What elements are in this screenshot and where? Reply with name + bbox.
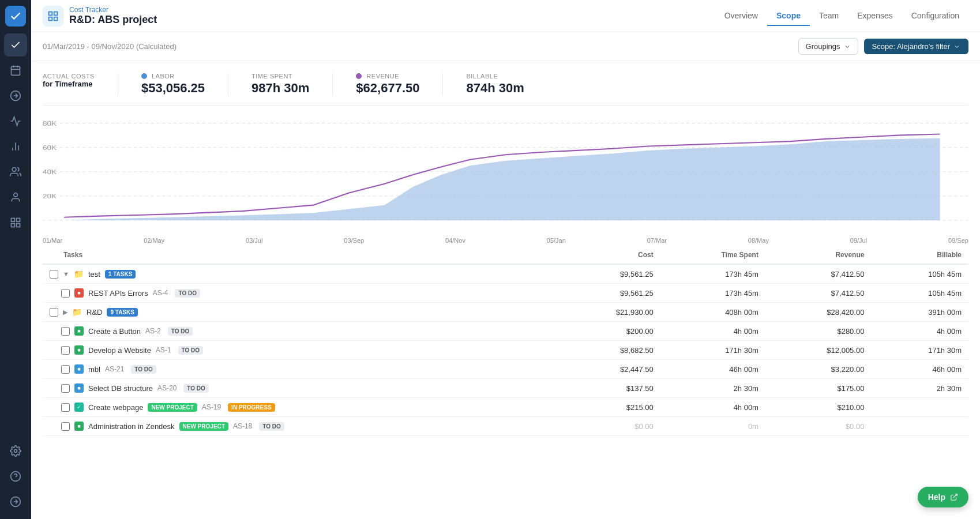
task-name: R&D	[87, 308, 102, 317]
stat-billable: BILLABLE 874h 30m	[466, 73, 524, 96]
task-cost: $21,930.00	[554, 303, 660, 322]
svg-point-10	[14, 193, 18, 197]
row-checkbox[interactable]	[50, 308, 58, 317]
task-time-spent: 46h 00m	[660, 360, 765, 379]
task-revenue: $28,420.00	[765, 303, 871, 322]
task-icon-green: ■	[74, 345, 84, 355]
nav-overview[interactable]: Overview	[715, 6, 767, 26]
sidebar	[0, 0, 31, 519]
task-icon-teal: ✓	[74, 403, 84, 412]
row-checkbox[interactable]	[61, 289, 70, 298]
row-checkbox[interactable]	[61, 422, 70, 431]
revenue-dot	[356, 73, 362, 79]
task-revenue: $210.00	[765, 398, 871, 417]
expand-icon[interactable]: ▶	[63, 309, 67, 316]
stat-divider-1	[118, 73, 118, 96]
x-label-7: 08/May	[748, 237, 769, 244]
actual-costs-label: ACTUAL COSTS	[43, 73, 95, 80]
badge-todo: TO DO	[175, 289, 200, 298]
task-cost: $9,561.25	[554, 284, 660, 303]
nav-scope[interactable]: Scope	[767, 6, 810, 26]
stat-labor: LABOR $53,056.25	[141, 73, 205, 96]
task-time-spent: 0m	[660, 417, 765, 436]
filter-label: Scope: Alejandro's filter	[872, 42, 950, 51]
row-checkbox[interactable]	[61, 403, 70, 412]
task-icon-blue: ■	[74, 383, 84, 393]
task-cost: $0.00	[554, 417, 660, 436]
task-revenue: $12,005.00	[765, 341, 871, 360]
badge-tasks: 9 TASKS	[107, 308, 138, 317]
sidebar-item-help[interactable]	[4, 465, 27, 488]
groupings-button[interactable]: Groupings	[798, 38, 858, 55]
help-button[interactable]: Help	[918, 487, 968, 507]
task-ref: AS-19	[202, 403, 221, 411]
actual-costs-sublabel: for Timeframe	[43, 80, 95, 88]
sidebar-item-users[interactable]	[4, 160, 27, 183]
task-billable: 46h 00m	[871, 360, 968, 379]
x-label-1: 02/May	[144, 237, 164, 244]
badge-todo: TO DO	[168, 327, 193, 336]
sidebar-item-bar-chart[interactable]	[4, 135, 27, 158]
time-spent-label: TIME SPENT	[251, 73, 309, 80]
task-billable: 4h 00m	[871, 322, 968, 341]
row-checkbox[interactable]	[50, 270, 58, 279]
task-name: Select DB structure	[88, 384, 153, 393]
nav-team[interactable]: Team	[810, 6, 848, 26]
x-label-2: 03/Jul	[246, 237, 262, 244]
badge-new-project: NEW PROJECT	[179, 422, 228, 431]
content-area: ACTUAL COSTS for Timeframe LABOR $53,056…	[31, 61, 980, 519]
folder-icon: 📁	[74, 269, 84, 279]
chart-container: 80K 60K 40K 20K 01/Mar 02/May 03/Jul 03/…	[43, 117, 968, 232]
sidebar-item-chart-line[interactable]	[4, 110, 27, 133]
stat-divider-3	[332, 73, 333, 96]
help-label: Help	[928, 492, 945, 502]
svg-text:80K: 80K	[43, 120, 57, 127]
expand-icon[interactable]: ▼	[63, 270, 69, 277]
task-name-cell: ✓ Create webpage NEW PROJECT AS-19 IN PR…	[50, 403, 547, 412]
sidebar-item-calendar[interactable]	[4, 59, 27, 82]
task-icon-red: ■	[74, 288, 84, 298]
table-row: ■ Create a Button AS-2 TO DO $200.00 4h …	[43, 322, 968, 341]
table-row: ■ Develop a Website AS-1 TO DO $8,682.50…	[43, 341, 968, 360]
task-name-cell: ▼ 📁 test 1 TASKS	[50, 269, 547, 279]
external-link-icon	[950, 493, 958, 501]
task-billable: 2h 30m	[871, 379, 968, 398]
sidebar-item-check[interactable]	[4, 33, 27, 57]
task-revenue: $280.00	[765, 322, 871, 341]
filter-button[interactable]: Scope: Alejandro's filter	[864, 39, 968, 54]
row-checkbox[interactable]	[61, 384, 70, 393]
sidebar-item-settings[interactable]	[4, 439, 27, 462]
task-ref: AS-20	[157, 384, 177, 392]
col-revenue: Revenue	[765, 246, 871, 264]
chart-area	[64, 138, 940, 220]
task-name: mbl	[88, 365, 100, 374]
topnav-right: Overview Scope Team Expenses Configurati…	[715, 6, 968, 25]
chart-svg: 80K 60K 40K 20K	[43, 117, 968, 232]
task-name-cell: ■ Select DB structure AS-20 TO DO	[50, 383, 547, 393]
revenue-label: REVENUE	[366, 73, 399, 80]
sidebar-item-arrow[interactable]	[4, 84, 27, 107]
sidebar-item-external[interactable]	[4, 490, 27, 513]
page-title: R&D: ABS project	[69, 14, 157, 26]
task-revenue: $7,412.50	[765, 264, 871, 284]
nav-configuration[interactable]: Configuration	[902, 6, 968, 26]
task-cost: $2,447.50	[554, 360, 660, 379]
task-revenue: $175.00	[765, 379, 871, 398]
sidebar-item-grid[interactable]	[4, 211, 27, 234]
row-checkbox[interactable]	[61, 365, 70, 374]
row-checkbox[interactable]	[61, 346, 70, 355]
task-name: Create webpage	[88, 403, 143, 412]
task-time-spent: 4h 00m	[660, 322, 765, 341]
task-name-cell: ■ mbl AS-21 TO DO	[50, 364, 547, 374]
task-name-cell: ▶ 📁 R&D 9 TASKS	[50, 307, 547, 317]
nav-expenses[interactable]: Expenses	[848, 6, 902, 26]
col-tasks: Tasks	[43, 246, 554, 264]
task-revenue: $3,220.00	[765, 360, 871, 379]
x-label-4: 04/Nov	[445, 237, 465, 244]
task-time-spent: 4h 00m	[660, 398, 765, 417]
row-checkbox[interactable]	[61, 327, 70, 336]
sidebar-logo[interactable]	[5, 6, 26, 27]
tasks-table: Tasks Cost Time Spent Revenue Billable ▼…	[43, 246, 968, 436]
task-ref: AS-18	[233, 422, 252, 430]
sidebar-item-user[interactable]	[4, 186, 27, 209]
